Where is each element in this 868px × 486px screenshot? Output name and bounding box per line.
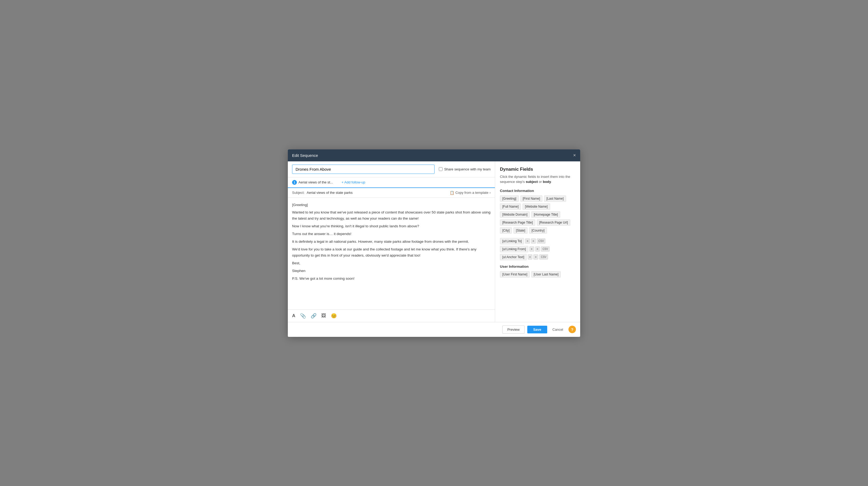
field-tag-firstname[interactable]: [First Name] [520,195,542,202]
preview-button[interactable]: Preview [502,326,525,334]
field-tag-state[interactable]: [State] [514,227,528,234]
field-tag-greeting[interactable]: [Greeting] [500,195,519,202]
anchor-text-list-icon[interactable]: ≡ [528,254,533,260]
email-line-7: Stephen [292,268,491,274]
dynamic-panel-intro: Click the dynamic fields to insert them … [500,174,576,184]
linking-from-list-icon[interactable]: ≡ [529,246,534,251]
email-line-4: It is definitely a legal in all national… [292,239,491,245]
modal-title: Edit Sequence [292,153,318,158]
email-line-5: We'd love for you to take a look at our … [292,246,491,259]
section-title-user: User Information [500,265,576,269]
field-tag-user-lastname[interactable]: [User Last Name] [531,271,561,278]
copy-template-label: Copy from a template [455,191,488,194]
editor-panel: Share sequence with my team 1 Aerial vie… [288,161,495,322]
linking-from-numbered-icon[interactable]: ≡ [535,246,540,251]
field-tag-researchpageurl[interactable]: [Research Page Url] [537,219,570,226]
field-tag-linking-from[interactable]: [ul:Linking From] [500,246,528,252]
field-tag-lastname[interactable]: [Last Name] [544,195,566,202]
copy-icon: 📋 [450,191,454,195]
toolbar-bar: A 📎 🔗 🖼 😊 [288,309,495,322]
help-button[interactable]: ? [568,326,576,333]
email-line-1: Wanted to let you know that we've just r… [292,210,491,222]
email-line-0: [Greeting] [292,202,491,208]
linking-from-row: [ul:Linking From] ≡ ≡ CSV [500,246,576,252]
emoji-icon[interactable]: 😊 [331,313,337,319]
dynamic-panel-title: Dynamic Fields [500,167,576,172]
tabs-bar: 1 Aerial views of the st... + Add follow… [288,177,495,188]
link-icon[interactable]: 🔗 [311,313,316,319]
tab-label: Aerial views of the st... [299,180,333,184]
linking-from-csv-icon[interactable]: CSV [541,246,550,251]
tab-number: 1 [292,180,297,185]
linking-to-csv-icon[interactable]: CSV [537,239,546,244]
cancel-button[interactable]: Cancel [550,326,566,333]
sequence-name-input[interactable] [292,164,435,174]
edit-sequence-modal: Edit Sequence × Share sequence with my t… [288,149,580,337]
copy-template-link[interactable]: 📋 Copy from a template › [450,191,491,195]
contact-fields-grid: [Greeting] [First Name] [Last Name] [Ful… [500,195,576,234]
subject-label: Subject: [292,191,305,194]
modal-header: Edit Sequence × [288,149,580,161]
section-title-contact: Contact Information [500,189,576,193]
field-tag-country[interactable]: [Country] [529,227,547,234]
anchor-text-numbered-icon[interactable]: ≡ [533,254,538,260]
user-fields-grid: [User First Name] [User Last Name] [500,271,576,278]
email-line-6: Best, [292,260,491,266]
field-tag-researchpagetitle[interactable]: [Research Page Title] [500,219,535,226]
image-icon[interactable]: 🖼 [321,313,326,318]
share-label: Share sequence with my team [439,167,491,171]
field-tag-websitename[interactable]: [Website Name] [523,203,550,210]
tab-item-1[interactable]: 1 Aerial views of the st... [292,177,337,188]
share-checkbox[interactable] [439,167,442,171]
field-tag-websitedomain[interactable]: [Website Domain] [500,211,530,218]
email-line-3: Turns out the answer is… it depends! [292,231,491,237]
subject-bar: Subject: Aerial views of the state parks… [288,188,495,198]
subject-value: Aerial views of the state parks [307,191,447,194]
field-tag-user-firstname[interactable]: [User First Name] [500,271,530,278]
linking-to-row: [ul:Linking To] ≡ ≡ CSV [500,238,576,244]
attach-icon[interactable]: 📎 [300,313,306,319]
close-icon[interactable]: × [573,153,576,158]
anchor-text-csv-icon[interactable]: CSV [539,254,548,260]
font-icon[interactable]: A [292,313,295,318]
top-bar: Share sequence with my team [288,161,495,177]
modal-body: Share sequence with my team 1 Aerial vie… [288,161,580,322]
field-tag-anchor-text[interactable]: [ul:Anchor Text] [500,254,527,260]
linking-to-numbered-icon[interactable]: ≡ [531,239,536,244]
copy-template-arrow: › [490,191,491,194]
email-line-8: P.S. We've got a lot more coming soon! [292,276,491,282]
field-tag-linking-to[interactable]: [ul:Linking To] [500,238,524,244]
field-tag-fullname[interactable]: [Full Name] [500,203,521,210]
save-button[interactable]: Save [527,326,547,333]
linking-to-list-icon[interactable]: ≡ [525,239,530,244]
email-line-2: Now I know what you're thinking, isn't i… [292,223,491,230]
anchor-text-row: [ul:Anchor Text] ≡ ≡ CSV [500,254,576,260]
footer-bar: Preview Save Cancel ? [288,322,580,337]
field-tag-homepagetitle[interactable]: [Homepage Title] [531,211,560,218]
email-body[interactable]: [Greeting] Wanted to let you know that w… [288,198,495,309]
field-tag-city[interactable]: [City] [500,227,512,234]
dynamic-panel: Dynamic Fields Click the dynamic fields … [495,161,580,322]
add-followup-button[interactable]: + Add follow-up [338,178,369,187]
